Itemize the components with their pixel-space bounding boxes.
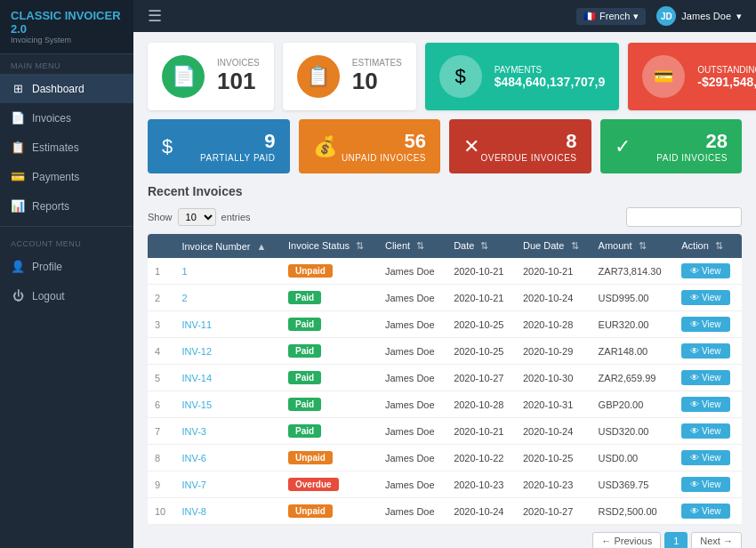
client-cell: James Doe	[378, 258, 446, 285]
table-row: 10 INV-8 Unpaid James Doe 2020-10-24 202…	[148, 498, 742, 525]
view-button[interactable]: 👁 View	[681, 370, 729, 385]
menu-toggle[interactable]: ☰	[148, 6, 162, 26]
overdue-badge: ✕ 8 OVERDUE INVOICES	[449, 119, 591, 173]
table-row: 1 1 Unpaid James Doe 2020-10-21 2020-10-…	[148, 258, 742, 285]
col-action[interactable]: Action ⇅	[674, 234, 742, 258]
view-button[interactable]: 👁 View	[681, 450, 729, 465]
outstanding-stat-card: 💳 OUTSTANDING... -$291,548,347,534	[628, 43, 756, 110]
table-row: 8 INV-6 Unpaid James Doe 2020-10-22 2020…	[148, 445, 742, 471]
col-invoice-number[interactable]: Invoice Number ▲	[174, 234, 281, 258]
app-subtitle: Invoicing System	[11, 36, 123, 44]
invoice-status-cell: Paid	[281, 311, 378, 338]
paid-badge: ✓ 28 PAID INVOICES	[600, 119, 743, 173]
client-cell: James Doe	[378, 365, 446, 391]
badge-right: 8 OVERDUE INVOICES	[480, 130, 576, 163]
badge-left: 💰	[313, 135, 337, 158]
amount-cell: USD995.00	[591, 285, 675, 311]
invoice-link[interactable]: INV-8	[181, 506, 206, 517]
invoice-link[interactable]: INV-14	[181, 373, 212, 383]
status-badge: Paid	[288, 398, 321, 411]
date-cell: 2020-10-25	[446, 338, 516, 365]
outstanding-label: OUTSTANDING...	[697, 65, 756, 75]
client-cell: James Doe	[378, 338, 446, 365]
invoice-number-cell: INV-11	[174, 311, 281, 338]
invoice-number-cell: 2	[174, 285, 281, 311]
table-row: 2 2 Paid James Doe 2020-10-21 2020-10-24…	[148, 285, 742, 311]
invoice-status-cell: Unpaid	[281, 445, 378, 471]
col-status[interactable]: Invoice Status ⇅	[281, 234, 378, 258]
sidebar: CLASSIC INVOICER 2.0 Invoicing System Ma…	[0, 0, 133, 548]
sidebar-item-label: Logout	[32, 290, 65, 302]
invoice-status-cell: Overdue	[281, 471, 378, 498]
paid-label: PAID INVOICES	[656, 153, 728, 163]
search-input[interactable]	[626, 207, 742, 227]
date-cell: 2020-10-21	[446, 418, 516, 445]
badge-left: ✕	[463, 135, 479, 158]
invoice-number-cell: INV-7	[174, 471, 281, 498]
invoice-status-cell: Unpaid	[281, 258, 378, 285]
due-date-cell: 2020-10-28	[516, 311, 591, 338]
main-area: ☰ 🇫🇷 French ▾ JD James Doe ▾ 📄 INVOICES …	[133, 0, 756, 548]
invoices-value: 101	[217, 68, 260, 95]
invoice-link[interactable]: INV-12	[181, 346, 212, 357]
due-date-cell: 2020-10-25	[516, 445, 591, 471]
sidebar-item-logout[interactable]: ⏻ Logout	[0, 281, 133, 310]
sidebar-item-payments[interactable]: 💳 Payments	[0, 162, 133, 191]
table-row: 6 INV-15 Paid James Doe 2020-10-28 2020-…	[148, 391, 742, 418]
page-1-button[interactable]: 1	[664, 532, 688, 548]
user-menu[interactable]: JD James Doe ▾	[656, 6, 742, 26]
reports-icon: 📊	[11, 199, 25, 213]
col-amount[interactable]: Amount ⇅	[591, 234, 675, 258]
view-button[interactable]: 👁 View	[681, 343, 729, 359]
avatar: JD	[656, 6, 676, 26]
sidebar-item-invoices[interactable]: 📄 Invoices	[0, 103, 133, 133]
invoice-link[interactable]: 2	[181, 293, 187, 303]
invoice-link[interactable]: INV-11	[181, 319, 212, 330]
amount-cell: ZAR148.00	[591, 338, 675, 365]
app-logo: CLASSIC INVOICER 2.0 Invoicing System	[0, 0, 133, 54]
sidebar-item-profile[interactable]: 👤 Profile	[0, 252, 133, 281]
invoice-link[interactable]: 1	[181, 266, 187, 277]
view-button[interactable]: 👁 View	[681, 477, 729, 492]
invoice-link[interactable]: INV-6	[181, 453, 206, 463]
badge-right: 9 PARTIALLY PAID	[200, 130, 275, 163]
topbar-right: 🇫🇷 French ▾ JD James Doe ▾	[576, 6, 742, 26]
next-page-button[interactable]: Next →	[691, 532, 742, 548]
client-cell: James Doe	[378, 445, 446, 471]
invoice-number-cell: INV-6	[174, 445, 281, 471]
invoice-link[interactable]: INV-3	[181, 426, 206, 437]
view-button[interactable]: 👁 View	[681, 263, 729, 278]
sidebar-item-dashboard[interactable]: ⊞ Dashboard	[0, 74, 133, 103]
sidebar-item-estimates[interactable]: 📋 Estimates	[0, 133, 133, 162]
action-cell: 👁 View	[674, 311, 742, 338]
dollar-icon: $	[162, 135, 173, 158]
outstanding-stat-icon: 💳	[642, 55, 685, 98]
partially-paid-badge: $ 9 PARTIALLY PAID	[148, 119, 290, 173]
payments-stat-text: PAYMENTS $484,640,137,707,9	[495, 65, 606, 89]
pagination: ← Previous 1 Next →	[148, 532, 742, 548]
view-button[interactable]: 👁 View	[681, 423, 729, 439]
payments-stat-icon: $	[439, 55, 482, 98]
badge-left: $	[162, 135, 173, 158]
entries-select[interactable]: 10 25 50	[178, 208, 216, 226]
view-button[interactable]: 👁 View	[681, 290, 729, 305]
col-date[interactable]: Date ⇅	[446, 234, 516, 258]
row-number: 1	[148, 258, 174, 285]
invoice-link[interactable]: INV-15	[181, 399, 212, 410]
view-button[interactable]: 👁 View	[681, 317, 729, 332]
view-button[interactable]: 👁 View	[681, 504, 729, 519]
col-due-date[interactable]: Due Date ⇅	[516, 234, 591, 258]
date-cell: 2020-10-27	[446, 365, 516, 391]
status-badge: Paid	[288, 424, 321, 438]
due-date-cell: 2020-10-30	[516, 365, 591, 391]
user-chevron-icon: ▾	[736, 11, 742, 22]
content-area: 📄 INVOICES 101 📋 ESTIMATES 10 $ PAYMENTS…	[133, 32, 756, 548]
estimates-stat-text: ESTIMATES 10	[352, 58, 402, 95]
language-selector[interactable]: 🇫🇷 French ▾	[576, 8, 646, 25]
prev-page-button[interactable]: ← Previous	[592, 532, 661, 548]
view-button[interactable]: 👁 View	[681, 397, 729, 412]
invoices-table: Invoice Number ▲ Invoice Status ⇅ Client…	[148, 234, 742, 525]
col-client[interactable]: Client ⇅	[378, 234, 446, 258]
sidebar-item-reports[interactable]: 📊 Reports	[0, 191, 133, 221]
invoice-link[interactable]: INV-7	[181, 480, 206, 490]
